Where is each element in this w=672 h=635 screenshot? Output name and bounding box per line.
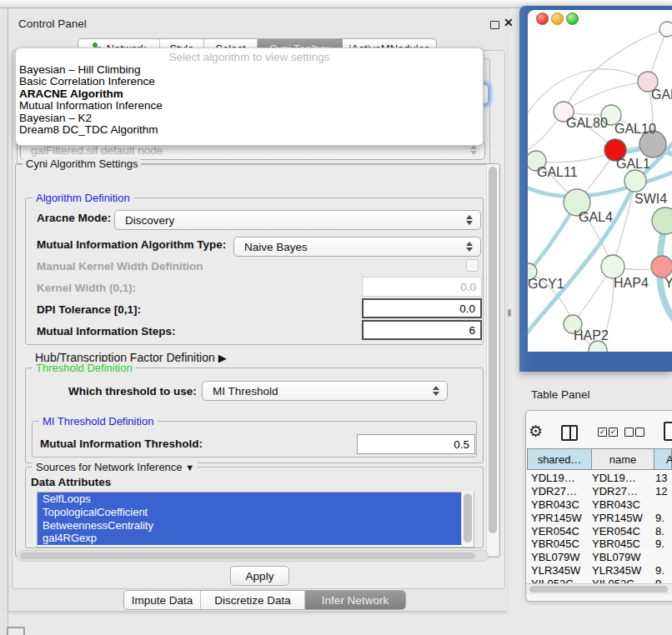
dropdown-item[interactable]: Mutual Information Inference [16,100,483,112]
scrollbar-thumb[interactable] [529,586,668,592]
dropdown-item[interactable]: Bayesian – Hill Climbing [16,64,483,76]
cell: YLR345W [589,564,655,578]
cell: YBR045C [525,538,589,551]
column-header-label: shared… [538,453,582,466]
function-builder-icon[interactable] [664,422,672,441]
list-item[interactable]: SelfLoops [38,492,474,506]
node-label: GAL [651,88,672,102]
chevron-down-icon: ▼ [185,462,194,472]
which-threshold-value: MI Threshold [213,385,278,398]
apply-label: Apply [246,570,274,582]
node-salmon[interactable] [651,256,672,278]
table-row[interactable]: YLR345W YLR345W 9. [525,564,672,578]
scrollbar-thumb[interactable] [464,493,472,542]
table-row[interactable]: YDL19… YDL19… 13 [525,472,672,485]
cell [655,498,672,512]
aracne-mode-value: Discovery [125,214,174,227]
close-icon[interactable]: ✕ [504,16,514,29]
network-graph[interactable]: GAL GAL80 GAL10 GAL1 GAL11 SWI4 GAL4 GCY… [528,10,672,352]
node[interactable] [659,22,672,37]
attributes-vertical-scrollbar[interactable] [461,492,474,546]
apply-button[interactable]: Apply [230,566,289,586]
dropdown-item-selected[interactable]: ARACNE Algorithm [16,88,483,100]
network-nodes[interactable] [528,22,672,352]
splitter-handle[interactable] [508,309,511,317]
stepper-icon [433,386,439,396]
table-horizontal-scrollbar[interactable] [526,583,672,595]
table-row[interactable]: YIL052C YIL052C 9 [525,578,672,583]
mi-type-label: Mutual Information Algorithm Type: [37,238,226,251]
dpi-tolerance-label: DPI Tolerance [0,1]: [37,303,141,316]
node-label: SWI4 [634,192,667,206]
tab-discretize-data[interactable]: Discretize Data [201,591,305,609]
table-row[interactable]: YDR27… YDR27… 12 [525,485,672,498]
table-row[interactable]: YPR145W YPR145W 9. [525,512,672,525]
select-all-checkbox-icon[interactable]: ✓ [609,428,618,437]
stepper-icon [470,145,477,155]
deselect-all-checkbox-icon[interactable] [624,428,634,437]
cell: YIL052C [525,578,589,583]
cell: 9. [655,538,672,551]
sources-group-title[interactable]: Sources for Network Inference ▼ [33,461,198,473]
node-swi4[interactable] [624,170,646,192]
column-header-shared-name[interactable]: shared… [527,448,592,470]
cell: YBR043C [589,498,655,512]
data-attributes-label: Data Attributes [31,476,111,488]
aracne-mode-combo[interactable]: Discovery [114,210,481,230]
group-title: Threshold Definition [33,362,136,374]
table-row[interactable]: YBR043C YBR043C [525,498,672,512]
which-threshold-combo[interactable]: MI Threshold [202,381,448,401]
divider [569,427,571,439]
select-all-checkbox-icon[interactable]: ✓ [598,428,607,437]
which-threshold-label: Which threshold to use: [68,385,197,398]
columns-icon[interactable] [561,425,578,441]
mi-type-combo[interactable]: Naive Bayes [233,237,481,257]
mi-steps-field[interactable]: 6 [362,320,482,340]
list-item[interactable]: gal4RGexp [38,532,474,545]
data-attributes-list: SelfLoops TopologicalCoefficient Between… [37,492,474,548]
node[interactable] [652,208,672,234]
mi-threshold-field[interactable]: 0.5 [357,434,475,454]
kernel-width-field[interactable]: 0.0 [362,277,482,297]
cell [655,551,672,564]
dock-panel-icon[interactable] [7,627,25,635]
node-hap4[interactable] [601,255,624,278]
tab-infer-network[interactable]: Infer Network [305,591,405,609]
kernel-width-label: Kernel Width (0,1): [37,282,136,294]
scrollbar-thumb[interactable] [20,552,475,559]
dropdown-item[interactable]: Basic Correlation Inference [16,76,483,88]
settings-vertical-scrollbar[interactable] [486,164,499,555]
node-label: GAL80 [566,116,608,130]
deselect-all-checkbox-icon[interactable] [635,428,644,437]
tab-impute-data[interactable]: Impute Data [124,591,201,609]
cell: YIL052C [589,578,655,583]
settings-horizontal-scrollbar[interactable] [17,550,489,562]
table-rows: YDL19… YDL19… 13 YDR27… YDR27… 12 YBR043… [525,472,672,583]
cell: YER054C [589,525,655,538]
float-window-icon[interactable] [490,21,499,29]
scrollbar-thumb[interactable] [489,167,497,533]
column-header-name[interactable]: name [592,448,654,470]
aracne-mode-label: Aracne Mode: [37,212,111,224]
list-item[interactable]: BetweennessCentrality [38,519,474,532]
cell: YDL19… [525,472,589,485]
group-title: Algorithm Definition [33,192,133,204]
cell: YBL079W [589,551,655,564]
gear-icon[interactable]: ⚙ [529,422,543,441]
cell: 12 [655,485,672,498]
dropdown-item[interactable]: Bayesian – K2 [16,112,483,124]
dropdown-item[interactable]: Dream8 DC_TDC Algorithm [16,124,483,136]
table-row[interactable]: YBL079W YBL079W [525,551,672,564]
node-label: GAL11 [537,165,578,179]
table-row[interactable]: YBR045C YBR045C 9. [525,538,672,551]
group-title: MI Threshold Definition [39,415,157,428]
list-item[interactable]: TopologicalCoefficient [38,506,474,519]
left-dock-strip [0,8,8,635]
network-edges-thick [528,132,672,340]
dpi-tolerance-field[interactable]: 0.0 [362,298,482,318]
node-label: GCY1 [528,277,564,291]
column-header-partial[interactable]: A [654,448,672,470]
table-row[interactable]: YER054C YER054C 8. [525,525,672,538]
node-label: GAL4 [579,210,613,224]
manual-kernel-checkbox[interactable] [466,259,479,272]
